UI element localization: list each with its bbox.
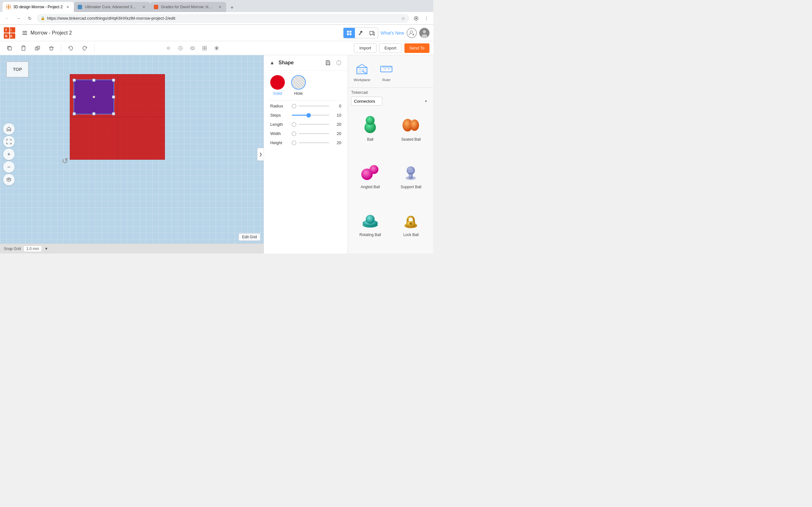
steps-track[interactable] — [292, 115, 329, 116]
radius-value: 0 — [332, 104, 341, 108]
height-circle-handle[interactable] — [292, 141, 296, 145]
snap-grid-value[interactable]: 1.0 mm — [23, 245, 42, 252]
steps-control[interactable] — [292, 115, 329, 116]
tab-1-favicon — [6, 5, 11, 9]
length-control[interactable] — [292, 122, 329, 127]
url-box[interactable]: 🔒 https://www.tinkercad.com/things/dHqK6… — [37, 14, 409, 23]
solid-option[interactable]: Solid — [270, 75, 285, 96]
undo-button[interactable] — [65, 43, 77, 54]
svg-point-66 — [369, 165, 378, 174]
tab-1[interactable]: 3D design Morrow - Project 2 ✕ — [3, 2, 74, 12]
workplane-tool[interactable]: Workplane — [351, 58, 373, 84]
shape-tool-2[interactable] — [187, 43, 198, 54]
seated-ball-item[interactable]: Seated Ball — [392, 111, 430, 156]
add-user-button[interactable] — [407, 28, 417, 38]
width-track[interactable] — [299, 133, 329, 134]
selected-shape[interactable] — [73, 79, 114, 114]
solid-label: Solid — [273, 91, 282, 96]
forward-button[interactable]: → — [14, 14, 23, 23]
reload-button[interactable]: ↻ — [26, 14, 34, 23]
support-ball-item[interactable]: Support Ball — [392, 158, 430, 203]
handle-tr[interactable] — [112, 78, 115, 82]
toolbar-separator-2 — [94, 44, 95, 52]
panel-collapse-button[interactable]: ▲ — [268, 59, 276, 66]
panel-info-button[interactable]: i — [334, 58, 343, 67]
address-bar: ← → ↻ 🔒 https://www.tinkercad.com/things… — [0, 12, 433, 25]
handle-tm[interactable] — [92, 78, 96, 82]
radius-control[interactable] — [292, 104, 329, 108]
url-text: https://www.tinkercad.com/things/dHqK6HX… — [47, 16, 399, 20]
menu-list-button[interactable] — [19, 27, 31, 39]
radius-track[interactable] — [299, 106, 329, 107]
hole-option[interactable]: Hole — [291, 75, 306, 96]
redo-button[interactable] — [79, 43, 90, 54]
new-tab-button[interactable]: + — [227, 3, 236, 12]
height-track[interactable] — [299, 142, 329, 143]
import-button[interactable]: Import — [354, 43, 376, 53]
export-button[interactable]: Export — [379, 43, 402, 53]
svg-text:N: N — [5, 35, 7, 38]
height-label: Height — [270, 140, 289, 145]
tab-3-close[interactable]: ✕ — [217, 4, 222, 9]
tab-2-close[interactable]: ✕ — [141, 4, 146, 9]
mirror-tool-button[interactable] — [211, 43, 222, 54]
radius-circle-handle[interactable] — [292, 104, 296, 108]
svg-rect-1 — [9, 5, 10, 7]
tab-1-close[interactable]: ✕ — [65, 4, 70, 9]
paste-button[interactable] — [18, 43, 29, 54]
tab-2[interactable]: Ultimaker Cura: Advanced 3D P... ✕ — [74, 2, 150, 12]
library-source: Tinkercad — [351, 90, 368, 95]
center-dot — [93, 96, 95, 98]
svg-rect-15 — [22, 33, 27, 33]
angled-ball-item[interactable]: Angled Ball — [351, 158, 390, 203]
svg-rect-41 — [203, 49, 204, 50]
duplicate-button[interactable] — [32, 43, 43, 54]
user-avatar[interactable] — [419, 28, 429, 38]
delete-button[interactable] — [46, 43, 57, 54]
bookmark-icon[interactable]: ☆ — [401, 16, 405, 21]
send-to-button[interactable]: Send To — [404, 43, 429, 53]
ruler-tool[interactable]: Ruler — [376, 58, 397, 84]
handle-bm[interactable] — [92, 112, 96, 115]
back-button[interactable]: ← — [3, 14, 11, 23]
tab-3[interactable]: Grades for David Morrow: HON... ✕ — [150, 2, 226, 12]
tinkercad-logo[interactable]: T I N K — [4, 27, 15, 39]
handle-tl[interactable] — [72, 78, 76, 82]
width-circle-handle[interactable] — [292, 131, 296, 136]
shape-tool-1[interactable] — [175, 43, 186, 54]
copy-button[interactable] — [4, 43, 15, 54]
svg-point-27 — [423, 30, 426, 33]
panel-expand-button[interactable]: ❯ — [257, 148, 264, 161]
menu-button[interactable]: ⋮ — [422, 14, 431, 23]
support-ball-thumbnail — [400, 161, 422, 183]
ball-item[interactable]: Ball — [351, 111, 390, 156]
ball-label: Ball — [367, 137, 373, 142]
whats-new-button[interactable]: What's New — [378, 31, 407, 36]
canvas-area[interactable]: TOP + − ↺ — [0, 55, 348, 253]
rotating-ball-item[interactable]: Rotating Ball — [351, 206, 390, 251]
handle-ml[interactable] — [72, 95, 76, 99]
lock-ball-item[interactable]: Lock Ball — [392, 206, 430, 251]
box-view-button[interactable] — [366, 28, 378, 38]
panel-save-button[interactable] — [323, 58, 333, 67]
edit-grid-button[interactable]: Edit Grid — [239, 233, 260, 241]
steps-thumb[interactable] — [306, 113, 311, 118]
svg-rect-22 — [370, 32, 373, 35]
length-track[interactable] — [299, 124, 329, 125]
shape-tool-3[interactable] — [199, 43, 210, 54]
height-control[interactable] — [292, 141, 329, 145]
width-control[interactable] — [292, 131, 329, 136]
grid-view-button[interactable] — [344, 28, 355, 38]
svg-text:i: i — [339, 61, 339, 65]
hammer-view-button[interactable] — [355, 28, 366, 38]
length-circle-handle[interactable] — [292, 122, 296, 127]
length-param: Length 20 — [270, 122, 341, 127]
handle-mr[interactable] — [112, 95, 115, 99]
extensions-button[interactable] — [412, 14, 420, 23]
handle-bl[interactable] — [72, 112, 76, 115]
svg-rect-17 — [347, 31, 349, 33]
snap-grid-down-icon[interactable]: ▼ — [44, 246, 48, 251]
library-select-wrapper[interactable]: Connectors Basic Shapes Featured ▼ — [351, 97, 430, 106]
light-tool-button[interactable] — [163, 43, 174, 54]
library-category-select[interactable]: Connectors Basic Shapes Featured — [351, 97, 382, 106]
